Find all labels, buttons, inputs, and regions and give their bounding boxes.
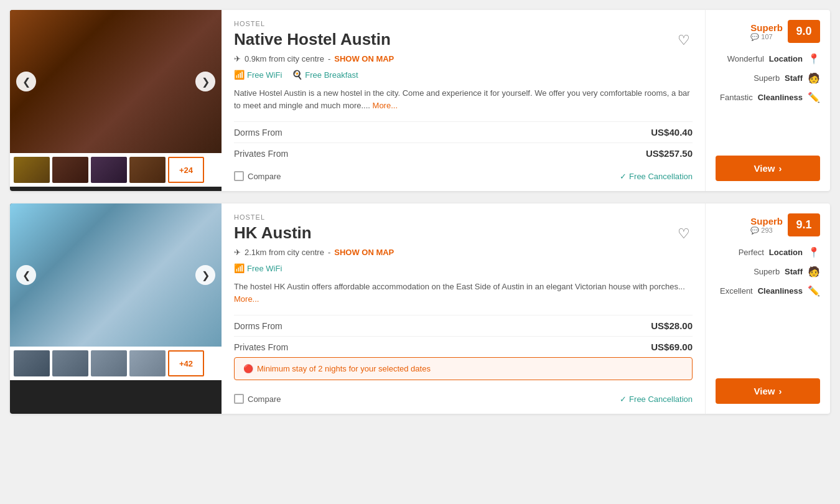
warning-icon: 🔴 (243, 364, 253, 373)
score-header: Superb 💬 293 9.1 (750, 213, 820, 236)
privates-price-row: Privates From US$257.50 (234, 142, 693, 164)
thumbnail[interactable] (52, 157, 88, 183)
show-on-map-link[interactable]: SHOW ON MAP (334, 248, 394, 257)
rating-prefix: Superb (754, 73, 780, 83)
dorms-price: US$28.00 (651, 320, 693, 331)
score-reviews: 💬 293 (750, 226, 783, 235)
rating-item: Perfect Location 📍 (716, 246, 820, 258)
dorms-price-row: Dorms From US$28.00 (234, 315, 693, 336)
min-stay-notice: 🔴 Minimum stay of 2 nights for your sele… (234, 357, 693, 380)
amenity-item: 🍳 Free Breakfast (292, 70, 358, 80)
image-section: ❮ ❯ +42 (10, 203, 222, 414)
next-image-button[interactable]: ❯ (195, 72, 215, 91)
compare-label: Compare (248, 394, 281, 404)
distance-text: 0.9km from city centre (245, 54, 324, 63)
thumbnail[interactable] (129, 350, 166, 376)
thumbnail[interactable] (91, 350, 127, 376)
more-photos-button[interactable]: +42 (168, 350, 204, 376)
privates-label: Privates From (234, 342, 288, 352)
separator: - (328, 248, 330, 257)
location-pin-icon: ✈ (234, 248, 241, 257)
property-name: Native Hostel Austin (234, 30, 391, 49)
view-button-label: View (754, 386, 775, 396)
amenity-item: 📶 Free WiFi (234, 263, 282, 273)
rating-item: Superb Staff 🧑 (716, 72, 820, 84)
rating-bold: Cleanliness (758, 286, 803, 296)
more-link[interactable]: More... (373, 101, 398, 110)
bottom-row: Compare ✓ Free Cancellation (234, 164, 693, 181)
privates-label: Privates From (234, 149, 288, 159)
rating-icon: 🧑 (808, 266, 820, 278)
dorms-label: Dorms From (234, 321, 282, 331)
thumbnail-strip: +42 (10, 347, 222, 380)
arrow-right-icon: › (778, 386, 782, 396)
rating-item: Wonderful Location 📍 (716, 53, 820, 65)
amenity-icon: 🍳 (292, 70, 302, 80)
listing-card-0: ❮ ❯ +24 HOSTEL Native Hostel Austin (10, 10, 830, 191)
score-section: Superb 💬 293 9.1 Perfect Location 📍 Supe… (706, 203, 830, 414)
location-pin-icon: ✈ (234, 54, 241, 63)
score-reviews: 💬 107 (750, 33, 783, 41)
favorite-button[interactable]: ♡ (675, 30, 693, 51)
score-label-group: Superb 💬 293 (750, 216, 783, 235)
prev-image-button[interactable]: ❮ (16, 265, 36, 285)
thumbnail-strip: +24 (10, 153, 222, 187)
privates-price-row: Privates From US$69.00 (234, 336, 693, 357)
info-section: HOSTEL HK Austin ♡ ✈ 2.1km from city cen… (222, 203, 706, 414)
rating-icon: ✏️ (808, 285, 820, 297)
compare-checkbox[interactable] (234, 171, 244, 181)
rating-item: Excellent Cleanliness ✏️ (716, 285, 820, 297)
score-section: Superb 💬 107 9.0 Wonderful Location 📍 Su… (706, 10, 830, 191)
check-icon: ✓ (620, 394, 627, 404)
amenity-item: 📶 Free WiFi (234, 70, 282, 80)
score-word: Superb (750, 216, 783, 226)
main-image: ❮ ❯ (10, 10, 222, 153)
next-image-button[interactable]: ❯ (195, 265, 215, 285)
rating-icon: 🧑 (808, 72, 820, 84)
free-cancellation: ✓ Free Cancellation (620, 394, 693, 404)
distance-text: 2.1km from city centre (245, 248, 324, 257)
rating-icon: 📍 (808, 53, 820, 65)
view-button[interactable]: View › (716, 156, 820, 181)
listing-card-1: ❮ ❯ +42 HOSTEL HK Austin ♡ (10, 203, 830, 414)
rating-icon: ✏️ (808, 91, 820, 103)
more-photos-button[interactable]: +24 (168, 157, 204, 183)
thumbnail[interactable] (52, 350, 88, 376)
rating-item: Fantastic Cleanliness ✏️ (716, 91, 820, 103)
rating-bold: Location (769, 248, 803, 257)
property-image (10, 10, 222, 153)
privates-price: US$69.00 (651, 342, 693, 352)
prev-image-button[interactable]: ❮ (16, 72, 36, 91)
rating-prefix: Superb (754, 267, 780, 276)
image-section: ❮ ❯ +24 (10, 10, 222, 191)
dorms-label: Dorms From (234, 128, 282, 138)
bottom-row: Compare ✓ Free Cancellation (234, 386, 693, 404)
free-cancellation: ✓ Free Cancellation (620, 172, 693, 181)
chat-icon: 💬 (750, 33, 759, 41)
property-type: HOSTEL (234, 20, 693, 27)
score-label-group: Superb 💬 107 (750, 22, 783, 41)
amenity-label: Free Breakfast (305, 70, 358, 80)
compare-checkbox[interactable] (234, 394, 244, 404)
amenities-row: 📶 Free WiFi (234, 263, 693, 273)
amenity-label: Free WiFi (247, 70, 282, 80)
view-button[interactable]: View › (716, 378, 820, 404)
thumbnail[interactable] (129, 157, 166, 183)
property-description: Native Hostel Austin is a new hostel in … (234, 87, 693, 111)
reviews-count: 107 (761, 33, 772, 40)
rating-bold: Cleanliness (758, 93, 803, 102)
show-on-map-link[interactable]: SHOW ON MAP (334, 54, 394, 63)
compare-label: Compare (248, 172, 281, 181)
thumbnail[interactable] (14, 157, 50, 183)
thumbnail[interactable] (91, 157, 127, 183)
rating-bold: Staff (785, 73, 803, 83)
amenity-label: Free WiFi (247, 264, 282, 273)
free-cancellation-text: Free Cancellation (629, 394, 693, 404)
thumbnail[interactable] (14, 350, 50, 376)
rating-bold: Location (769, 54, 803, 63)
favorite-button[interactable]: ♡ (675, 223, 693, 245)
compare-row: Compare (234, 394, 281, 404)
more-link[interactable]: More... (234, 294, 259, 304)
rating-prefix: Excellent (720, 286, 753, 296)
rating-prefix: Perfect (739, 248, 764, 257)
